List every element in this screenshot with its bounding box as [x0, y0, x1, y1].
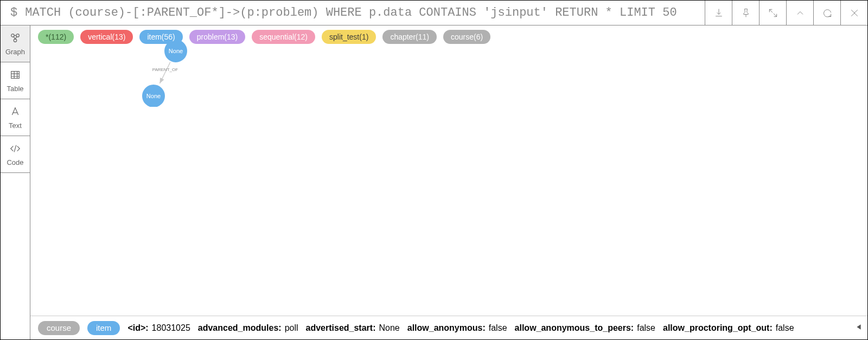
sidebar-item-text[interactable]: Text [1, 99, 30, 136]
sidebar-label-code: Code [7, 158, 23, 166]
property-allow-anonymous: allow_anonymous:false [407, 323, 507, 333]
view-sidebar: Graph Table Text Code [1, 25, 30, 339]
query-bar: $ MATCH (course)-[:PARENT_OF*]->(p:probl… [1, 1, 867, 25]
legend-chip-problem[interactable]: problem(13) [189, 30, 246, 44]
legend-chip-split-test[interactable]: split_test(1) [322, 30, 376, 44]
graph-edge[interactable] [160, 62, 171, 84]
property-allow-proctoring: allow_proctoring_opt_out:false [663, 323, 794, 333]
property-bar: course item <id>:18031025 advanced_modul… [30, 316, 867, 339]
cypher-query[interactable]: MATCH (course)-[:PARENT_OF*]->(p:problem… [25, 6, 705, 20]
svg-point-26 [142, 84, 165, 107]
graph-icon [9, 32, 21, 46]
download-icon[interactable] [705, 1, 732, 25]
legend-chip-vertical[interactable]: vertical(13) [80, 30, 133, 44]
sidebar-item-table[interactable]: Table [1, 62, 30, 99]
svg-rect-3 [11, 71, 20, 78]
query-toolbar [705, 1, 867, 25]
property-allow-anon-peers: allow_anonymous_to_peers:false [515, 323, 655, 333]
pin-icon[interactable] [732, 1, 759, 25]
property-advanced-modules: advanced_modules:poll [198, 323, 298, 333]
sidebar-label-table: Table [7, 85, 23, 93]
property-chip-item[interactable]: item [87, 321, 120, 335]
sidebar-item-graph[interactable]: Graph [1, 25, 30, 62]
sidebar-label-text: Text [9, 121, 22, 130]
edge-label: PARENT_OF [152, 67, 178, 72]
code-icon [9, 143, 21, 156]
graph-canvas[interactable]: *(112) vertical(13) item(56) problem(13)… [30, 25, 867, 339]
refresh-icon[interactable] [813, 1, 840, 25]
close-icon[interactable] [840, 1, 867, 25]
property-chip-course[interactable]: course [38, 321, 80, 335]
text-icon [9, 106, 21, 119]
table-icon [9, 69, 21, 82]
expand-properties-icon[interactable] [856, 323, 862, 332]
legend-chip-course[interactable]: course(6) [443, 30, 490, 44]
chevron-up-icon[interactable] [786, 1, 813, 25]
expand-icon[interactable] [759, 1, 786, 25]
graph-node-item[interactable]: None [142, 84, 165, 107]
prompt-symbol: $ [1, 6, 25, 20]
property-id: <id>:18031025 [127, 323, 190, 333]
legend-chip-chapter[interactable]: chapter(11) [382, 30, 437, 44]
legend-chipbar: *(112) vertical(13) item(56) problem(13)… [38, 30, 860, 44]
legend-chip-item[interactable]: item(56) [139, 30, 182, 44]
sidebar-item-code[interactable]: Code [1, 136, 30, 173]
legend-chip-all[interactable]: *(112) [38, 30, 74, 44]
legend-chip-sequential[interactable]: sequential(12) [252, 30, 315, 44]
property-advertised-start: advertised_start:None [306, 323, 400, 333]
sidebar-label-graph: Graph [5, 48, 25, 56]
